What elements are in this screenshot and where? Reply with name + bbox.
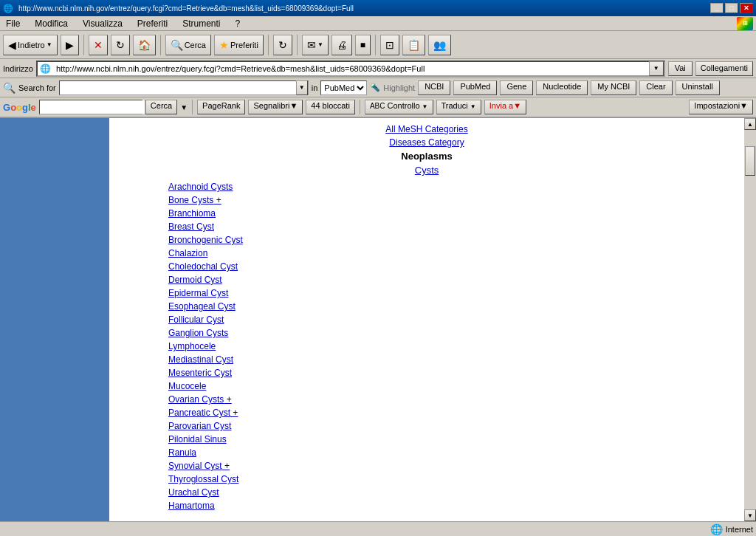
search-toolbar: 🔍 Search for ▼ in PubMed 🔦 Highlight NCB… — [0, 78, 756, 97]
search-for-label: Search for — [18, 83, 56, 92]
cyst-item-0[interactable]: Arachnoid Cysts — [124, 180, 729, 193]
send-button[interactable]: Invia a▼ — [484, 100, 526, 114]
contacts-button[interactable]: 👥 — [428, 35, 451, 55]
search-dropdown-button[interactable]: ▼ — [296, 80, 308, 95]
search-field-container: ▼ — [59, 80, 309, 95]
refresh-button[interactable]: ↻ — [111, 35, 130, 55]
clear-button[interactable]: Clear — [639, 80, 672, 95]
back-button[interactable]: ◀ Indietro ▼ — [3, 35, 58, 55]
back-dropdown-icon[interactable]: ▼ — [47, 41, 52, 48]
title-text: 🌐 http://www.ncbi.nlm.nih.gov/entrez/que… — [3, 4, 354, 13]
history-button[interactable]: 📋 — [402, 35, 425, 55]
spell-icon: ABC — [370, 102, 385, 110]
cyst-item-12[interactable]: Lymphocele — [124, 340, 729, 353]
address-bar: Indirizzo 🌐 ▼ Vai Collegamenti — [0, 59, 756, 78]
address-input[interactable] — [53, 62, 649, 75]
pubmed-button[interactable]: PubMed — [453, 80, 497, 95]
scroll-up-button[interactable]: ▲ — [744, 118, 756, 130]
cyst-item-6[interactable]: Choledochal Cyst — [124, 260, 729, 273]
cyst-item-1[interactable]: Bone Cysts + — [124, 193, 729, 207]
google-toolbar: Google ▼ Cerca ▼ PageRank Segnalibri▼ 44… — [0, 97, 756, 118]
cyst-item-5[interactable]: Chalazion — [124, 247, 729, 260]
menu-preferiti[interactable]: Preferiti — [134, 17, 171, 30]
cyst-item-18[interactable]: Parovarian Cyst — [124, 419, 729, 433]
menu-strumenti[interactable]: Strumenti — [179, 17, 223, 30]
zone-label: Internet — [726, 525, 753, 534]
minimize-button[interactable]: _ — [710, 3, 724, 13]
cyst-item-2[interactable]: Branchioma — [124, 207, 729, 220]
all-mesh-link[interactable]: All MeSH Categories — [385, 124, 467, 134]
scroll-thumb[interactable] — [745, 146, 755, 176]
forward-button[interactable]: ▶ — [61, 35, 79, 55]
cyst-item-15[interactable]: Mucocele — [124, 379, 729, 393]
cyst-item-4[interactable]: Bronchogenic Cyst — [124, 233, 729, 247]
fullscreen-button[interactable]: ⊡ — [380, 35, 399, 55]
menu-modifica[interactable]: Modifica — [32, 17, 71, 30]
in-label: in — [312, 83, 318, 92]
mail-dropdown-icon[interactable]: ▼ — [317, 41, 323, 48]
menu-file[interactable]: File — [3, 17, 23, 30]
separator-2 — [160, 35, 161, 55]
links-button[interactable]: Collegamenti — [695, 61, 753, 76]
menu-visualizza[interactable]: Visualizza — [80, 17, 126, 30]
translate-button[interactable]: Traduci ▼ — [436, 100, 481, 114]
neoplasms-title: Neoplasms — [401, 151, 452, 162]
cyst-item-16[interactable]: Ovarian Cysts + — [124, 393, 729, 406]
blocked-button[interactable]: 44 bloccati — [306, 100, 355, 114]
stop-btn2[interactable]: ■ — [355, 35, 371, 55]
pagerank-button[interactable]: PageRank — [197, 100, 245, 114]
cyst-item-13[interactable]: Mediastinal Cyst — [124, 353, 729, 366]
cyst-item-14[interactable]: Mesenteric Cyst — [124, 366, 729, 379]
cyst-item-17[interactable]: Pancreatic Cyst + — [124, 406, 729, 419]
spell-button[interactable]: ABC Controllo ▼ — [365, 100, 433, 114]
cysts-link[interactable]: Cysts — [124, 165, 729, 176]
settings-button[interactable]: Impostazioni▼ — [689, 100, 753, 114]
search-in-select[interactable]: PubMed — [321, 81, 366, 95]
settings-button-area: Impostazioni▼ — [689, 100, 753, 114]
cyst-item-20[interactable]: Ranula — [124, 446, 729, 459]
cyst-item-19[interactable]: Pilonidal Sinus — [124, 433, 729, 446]
cyst-item-22[interactable]: Thyroglossal Cyst — [124, 473, 729, 486]
cyst-item-11[interactable]: Ganglion Cysts — [124, 326, 729, 340]
cyst-item-23[interactable]: Urachal Cyst — [124, 486, 729, 499]
links-label: Collegamenti — [701, 63, 748, 72]
google-search-input[interactable] — [40, 100, 145, 114]
address-dropdown-button[interactable]: ▼ — [649, 61, 664, 76]
mail-button[interactable]: ✉ ▼ — [302, 35, 329, 55]
close-button[interactable]: ✕ — [740, 3, 753, 13]
back-label: Indietro — [18, 41, 45, 49]
ncbi-button[interactable]: NCBI — [418, 80, 450, 95]
cyst-item-24[interactable]: Hamartoma — [124, 499, 729, 512]
favorites-button[interactable]: ★ Preferiti — [214, 35, 264, 55]
scroll-down-button[interactable]: ▼ — [744, 509, 756, 521]
google-search-button[interactable]: Cerca — [145, 100, 177, 114]
cyst-item-8[interactable]: Epidermal Cyst — [124, 286, 729, 300]
stop-button[interactable]: ✕ — [89, 35, 108, 55]
cyst-item-3[interactable]: Breast Cyst — [124, 220, 729, 233]
uninstall-button[interactable]: Uninstall — [676, 80, 720, 95]
segnalibri-button[interactable]: Segnalibri▼ — [248, 100, 303, 114]
cyst-item-9[interactable]: Esophageal Cyst — [124, 300, 729, 313]
fullscreen-icon: ⊡ — [385, 39, 394, 51]
home-button[interactable]: 🏠 — [133, 35, 156, 55]
menu-bar: File Modifica Visualizza Preferiti Strum… — [0, 16, 756, 31]
cyst-item-7[interactable]: Dermoid Cyst — [124, 273, 729, 286]
cyst-plus-icon-16: + — [224, 394, 231, 405]
cyst-item-10[interactable]: Follicular Cyst — [124, 313, 729, 326]
nucleotide-button[interactable]: Nucleotide — [536, 80, 588, 95]
gene-button[interactable]: Gene — [500, 80, 533, 95]
cyst-item-21[interactable]: Synovial Cyst + — [124, 459, 729, 473]
winxp-logo: ⊞ — [737, 17, 753, 30]
maximize-button[interactable]: □ — [725, 3, 738, 13]
print-button[interactable]: 🖨 — [331, 35, 352, 55]
back-arrow-icon: ◀ — [8, 39, 16, 51]
search-input[interactable] — [60, 81, 296, 95]
search-button[interactable]: 🔍 Cerca — [165, 35, 211, 55]
menu-help[interactable]: ? — [233, 17, 244, 30]
go-button[interactable]: Vai — [668, 61, 693, 76]
cyst-plus-icon-17: + — [230, 408, 238, 418]
window-controls: _ □ ✕ — [710, 3, 753, 13]
myncbi-button[interactable]: My NCBI — [591, 80, 636, 95]
refresh-btn2[interactable]: ↻ — [273, 35, 292, 55]
diseases-category-link[interactable]: Diseases Category — [124, 137, 729, 148]
